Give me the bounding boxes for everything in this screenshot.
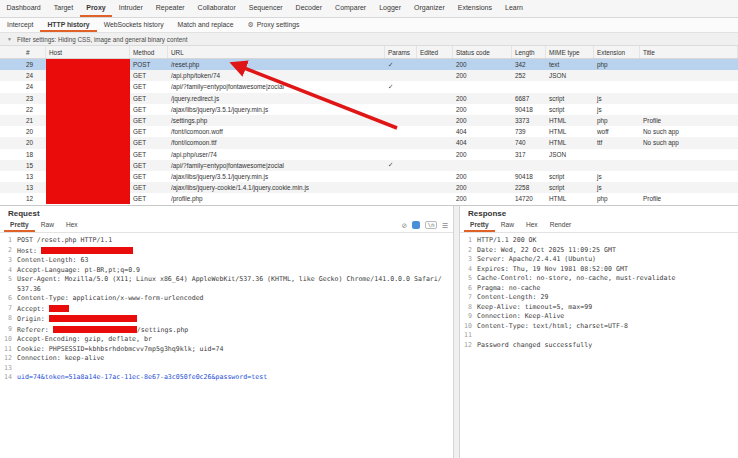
cell-method: GET bbox=[130, 81, 168, 92]
table-row[interactable]: 18GET/api.php/user/74200317JSON bbox=[0, 149, 738, 160]
redacted-host bbox=[46, 104, 130, 115]
line-content: Connection: keep-alive bbox=[17, 354, 114, 364]
main-tab-sequencer[interactable]: Sequencer bbox=[242, 0, 289, 17]
line-number: 11 bbox=[460, 331, 477, 341]
table-row[interactable]: 12GET/profile.php20014720HTMLphpProfile bbox=[0, 193, 738, 204]
main-tab-learn[interactable]: Learn bbox=[498, 0, 529, 17]
cell-url: /ajax/libs/jquery/3.5.1/jquery.min.js bbox=[168, 171, 385, 182]
response-editor[interactable]: 1HTTP/1.1 200 OK2Date: Wed, 22 Oct 2025 … bbox=[460, 233, 738, 458]
editor-line: 10Content-Type: text/html; charset=UTF-8 bbox=[460, 322, 738, 332]
cell-status-code: 200 bbox=[453, 93, 512, 104]
table-row[interactable]: 22GET/ajax/libs/jquery/3.5.1/jquery.min.… bbox=[0, 104, 738, 115]
column-header-params[interactable]: Params bbox=[385, 46, 417, 58]
redacted-text bbox=[53, 326, 137, 333]
filter-bar[interactable]: ▼ Filter settings: Hiding CSS, image and… bbox=[0, 33, 738, 46]
response-tab-pretty[interactable]: Pretty bbox=[464, 219, 495, 232]
table-row[interactable]: 24GET/api/?family=entypo|fontawesome|zoc… bbox=[0, 81, 738, 92]
sub-tab-websockets-history[interactable]: WebSockets history bbox=[97, 18, 171, 32]
cell-extension: js bbox=[594, 93, 640, 104]
request-tab-raw[interactable]: Raw bbox=[35, 219, 60, 232]
response-tab-render[interactable]: Render bbox=[544, 219, 578, 232]
redacted-host bbox=[46, 115, 130, 126]
column-header-url[interactable]: URL bbox=[168, 46, 385, 58]
column-header-status-code[interactable]: Status code bbox=[453, 46, 512, 58]
cancel-icon[interactable]: ⊘ bbox=[402, 222, 408, 229]
cell-edited bbox=[417, 160, 453, 171]
line-content: Content-Type: application/x-www-form-url… bbox=[17, 294, 214, 304]
text-segment: Content-Length: 29 bbox=[477, 293, 548, 301]
table-row[interactable]: 20GET/font/icomoon.ttf404740HTMLttfNo su… bbox=[0, 137, 738, 148]
cell-number: 13 bbox=[0, 182, 46, 193]
line-content: POST /reset.php HTTP/1.1 bbox=[17, 236, 122, 246]
table-row[interactable]: 15GET/api/?family=entypo|fontawesome|zoc… bbox=[0, 160, 738, 171]
cell-extension bbox=[594, 81, 640, 92]
table-row[interactable]: 24GET/api.php/token/74200252JSON bbox=[0, 70, 738, 81]
editor-line: 5Cache-Control: no-store, no-cache, must… bbox=[460, 274, 738, 284]
cell-edited bbox=[417, 182, 453, 193]
column-header-method[interactable]: Method bbox=[130, 46, 168, 58]
main-tab-decoder[interactable]: Decoder bbox=[289, 0, 328, 17]
cell-method: GET bbox=[130, 126, 168, 137]
table-row[interactable]: 13GET/ajax/libs/jquery-cookie/1.4.1/jque… bbox=[0, 182, 738, 193]
cell-host bbox=[46, 126, 130, 137]
table-row[interactable]: 13GET/ajax/libs/jquery/3.5.1/jquery.min.… bbox=[0, 171, 738, 182]
table-row[interactable]: 29POST/reset.php✓200342textphp bbox=[0, 59, 738, 70]
table-row[interactable]: 21GET/settings.php2003373HTMLphpProfile bbox=[0, 115, 738, 126]
line-number: 10 bbox=[460, 322, 477, 332]
line-number: 2 bbox=[0, 246, 17, 257]
cell-url: /font/icomoon.woff bbox=[168, 126, 385, 137]
cell-length: 740 bbox=[512, 137, 546, 148]
cell-number: 20 bbox=[0, 137, 46, 148]
line-number: 13 bbox=[0, 364, 17, 374]
column-header-length[interactable]: Length bbox=[512, 46, 546, 58]
sub-tab-http-history[interactable]: HTTP history bbox=[40, 18, 96, 32]
main-tab-dashboard[interactable]: Dashboard bbox=[0, 0, 47, 17]
newline-icon[interactable]: \n bbox=[425, 221, 436, 229]
main-tab-collaborator[interactable]: Collaborator bbox=[191, 0, 242, 17]
column-header-edited[interactable]: Edited bbox=[417, 46, 453, 58]
redacted-text bbox=[49, 315, 137, 322]
main-tab-intruder[interactable]: Intruder bbox=[112, 0, 149, 17]
table-row[interactable]: 23GET/jquery.redirect.js2006687scriptjs bbox=[0, 93, 738, 104]
response-tab-hex[interactable]: Hex bbox=[520, 219, 544, 232]
sub-tab-label: Proxy settings bbox=[257, 21, 300, 28]
column-header-title[interactable]: Title bbox=[640, 46, 738, 58]
inspector-icon[interactable] bbox=[412, 221, 420, 229]
request-editor[interactable]: 1POST /reset.php HTTP/1.12Host: 3Content… bbox=[0, 233, 453, 458]
column-header-host[interactable]: Host bbox=[46, 46, 130, 58]
main-tab-repeater[interactable]: Repeater bbox=[149, 0, 191, 17]
sub-tab-intercept[interactable]: Intercept bbox=[0, 18, 40, 32]
cell-url: /settings.php bbox=[168, 115, 385, 126]
column-header-extension[interactable]: Extension bbox=[594, 46, 640, 58]
table-row[interactable]: 20GET/font/icomoon.woff404739HTMLwoffNo … bbox=[0, 126, 738, 137]
response-tab-raw[interactable]: Raw bbox=[495, 219, 520, 232]
line-number: 3 bbox=[460, 255, 477, 265]
main-tab-logger[interactable]: Logger bbox=[373, 0, 408, 17]
main-tab-proxy[interactable]: Proxy bbox=[80, 0, 112, 17]
main-tab-comparer[interactable]: Comparer bbox=[329, 0, 373, 17]
menu-icon[interactable]: ☰ bbox=[442, 222, 448, 229]
cell-params: ✓ bbox=[385, 81, 417, 92]
sub-tab-proxy-settings[interactable]: ⚙Proxy settings bbox=[240, 18, 306, 32]
cell-params bbox=[385, 149, 417, 160]
request-tab-pretty[interactable]: Pretty bbox=[4, 219, 35, 232]
main-tab-bar: DashboardTargetProxyIntruderRepeaterColl… bbox=[0, 0, 738, 18]
redacted-host bbox=[46, 137, 130, 148]
http-history-table: #HostMethodURLParamsEditedStatus codeLen… bbox=[0, 46, 738, 205]
table-body: 29POST/reset.php✓200342textphp24GET/api.… bbox=[0, 59, 738, 204]
cell-title bbox=[640, 59, 738, 70]
main-tab-target[interactable]: Target bbox=[47, 0, 79, 17]
sub-tab-label: Intercept bbox=[7, 21, 33, 28]
sub-tab-match-and-replace[interactable]: Match and replace bbox=[171, 18, 241, 32]
main-tab-extensions[interactable]: Extensions bbox=[451, 0, 498, 17]
proxy-sub-tab-bar: InterceptHTTP historyWebSockets historyM… bbox=[0, 18, 738, 33]
main-tab-organizer[interactable]: Organizer bbox=[408, 0, 452, 17]
cell-mime-type bbox=[546, 81, 594, 92]
column-header-mime-type[interactable]: MIME type bbox=[546, 46, 594, 58]
redacted-text bbox=[49, 305, 69, 312]
request-panel-title: Request bbox=[0, 206, 453, 219]
request-tab-hex[interactable]: Hex bbox=[60, 219, 84, 232]
column-header--[interactable]: # bbox=[0, 46, 46, 58]
editor-line: 14uid=74&token=51a8a14e-17ac-11ec-8e67-a… bbox=[0, 373, 453, 383]
text-segment: Content-Type: text/html; charset=UTF-8 bbox=[477, 322, 628, 330]
